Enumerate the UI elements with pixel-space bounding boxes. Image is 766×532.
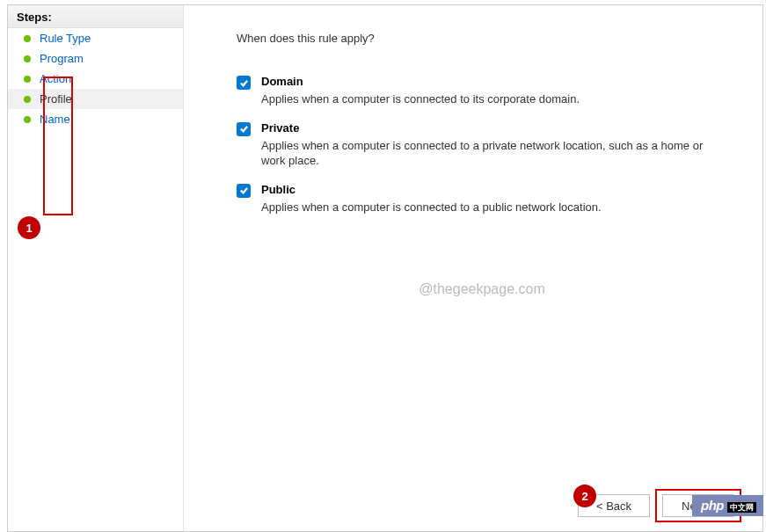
step-program[interactable]: Program [8, 48, 183, 69]
bullet-icon [24, 116, 31, 123]
steps-header: Steps: [8, 5, 183, 28]
step-label: Rule Type [40, 32, 91, 45]
option-private: Private Applies when a computer is conne… [237, 121, 727, 169]
bullet-icon [24, 55, 31, 62]
option-public: Public Applies when a computer is connec… [237, 183, 727, 215]
step-name[interactable]: Name [8, 109, 183, 129]
php-cn: 中文网 [727, 502, 756, 513]
option-title: Public [261, 183, 727, 196]
step-label: Profile [40, 92, 72, 106]
option-domain: Domain Applies when a computer is connec… [237, 75, 727, 107]
step-label: Program [40, 52, 84, 65]
step-action[interactable]: Action [8, 69, 183, 89]
step-profile[interactable]: Profile [8, 89, 183, 109]
step-rule-type[interactable]: Rule Type [8, 28, 183, 48]
checkbox-private[interactable] [237, 122, 251, 136]
bullet-icon [24, 76, 31, 83]
rule-apply-question: When does this rule apply? [237, 32, 727, 45]
option-desc: Applies when a computer is connected to … [261, 138, 719, 169]
steps-sidebar: Steps: Rule Type Program Action Profile … [8, 5, 184, 531]
checkmark-icon [239, 124, 249, 134]
wizard-window: Steps: Rule Type Program Action Profile … [7, 4, 763, 532]
profile-options: Domain Applies when a computer is connec… [237, 75, 727, 229]
main-panel: When does this rule apply? Domain Applie… [184, 5, 762, 531]
php-text: php [701, 498, 724, 513]
checkmark-icon [239, 78, 249, 88]
option-desc: Applies when a computer is connected to … [261, 91, 719, 107]
option-title: Private [261, 121, 727, 135]
option-desc: Applies when a computer is connected to … [261, 200, 719, 215]
checkbox-public[interactable] [237, 184, 251, 198]
option-title: Domain [261, 75, 727, 88]
step-label: Action [40, 72, 71, 85]
bullet-icon [24, 96, 31, 103]
checkbox-domain[interactable] [237, 76, 251, 90]
bullet-icon [24, 35, 31, 42]
back-button[interactable]: < Back [578, 494, 650, 517]
checkmark-icon [239, 186, 249, 195]
watermark-text: @thegeekpage.com [237, 281, 727, 297]
php-watermark: php中文网 [692, 495, 763, 516]
step-label: Name [40, 113, 70, 126]
